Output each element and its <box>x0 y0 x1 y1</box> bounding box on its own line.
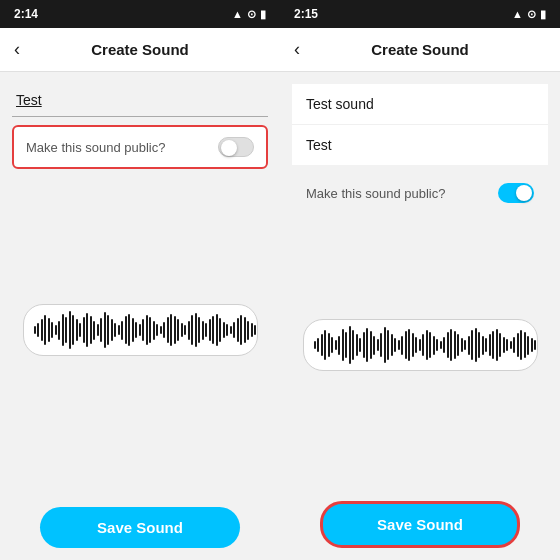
content-right: Test sound Test Make this sound public? <box>280 72 560 489</box>
save-btn-container-left: Save Sound <box>0 495 280 560</box>
waveform-container-right <box>292 213 548 477</box>
status-icons-right: ▲ ⊙ ▮ <box>512 8 546 21</box>
waveform-container-left <box>12 177 268 483</box>
toggle-knob-right <box>516 185 532 201</box>
toggle-row-right: Make this sound public? <box>292 173 548 213</box>
status-bar-right: 2:15 ▲ ⊙ ▮ <box>280 0 560 28</box>
right-phone: 2:15 ▲ ⊙ ▮ ‹ Create Sound Test sound Tes… <box>280 0 560 560</box>
battery-icon-left: ▮ <box>260 8 266 21</box>
waveform-bars-left <box>34 311 247 349</box>
sound-tag-field[interactable]: Test <box>292 125 548 165</box>
sound-name-field[interactable]: Test sound <box>292 84 548 125</box>
waveform-bars-right <box>314 326 527 364</box>
back-button-left[interactable]: ‹ <box>14 39 20 60</box>
page-title-left: Create Sound <box>91 41 189 58</box>
time-right: 2:15 <box>294 7 318 21</box>
fields-section: Test sound Test <box>292 84 548 165</box>
wifi-icon-right: ⊙ <box>527 8 536 21</box>
content-left: Test Make this sound public? <box>0 72 280 495</box>
sound-name-input-left[interactable]: Test <box>12 84 268 117</box>
page-title-right: Create Sound <box>371 41 469 58</box>
waveform-left[interactable] <box>23 304 258 356</box>
header-left: ‹ Create Sound <box>0 28 280 72</box>
public-toggle-right[interactable] <box>498 183 534 203</box>
back-button-right[interactable]: ‹ <box>294 39 300 60</box>
save-btn-container-right: Save Sound <box>280 489 560 560</box>
left-phone: 2:14 ▲ ⊙ ▮ ‹ Create Sound Test Make this… <box>0 0 280 560</box>
time-left: 2:14 <box>14 7 38 21</box>
wifi-icon-left: ⊙ <box>247 8 256 21</box>
toggle-label-left: Make this sound public? <box>26 140 165 155</box>
battery-icon-right: ▮ <box>540 8 546 21</box>
toggle-knob-left <box>221 140 237 156</box>
waveform-right[interactable] <box>303 319 538 371</box>
toggle-label-right: Make this sound public? <box>306 186 445 201</box>
status-icons-left: ▲ ⊙ ▮ <box>232 8 266 21</box>
public-toggle-left[interactable] <box>218 137 254 157</box>
save-sound-button-right[interactable]: Save Sound <box>320 501 520 548</box>
save-sound-button-left[interactable]: Save Sound <box>40 507 240 548</box>
header-right: ‹ Create Sound <box>280 28 560 72</box>
toggle-row-left: Make this sound public? <box>12 125 268 169</box>
status-bar-left: 2:14 ▲ ⊙ ▮ <box>0 0 280 28</box>
